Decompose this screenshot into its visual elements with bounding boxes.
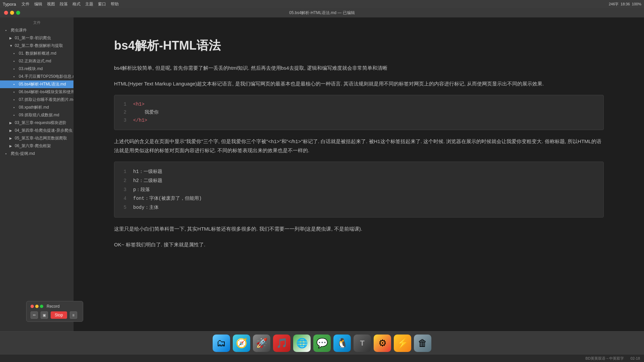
dock-trash[interactable]: 🗑 xyxy=(414,335,431,352)
sidebar-item-ch04[interactable]: ▶ 04_第四章-给爬虫提速-异步爬虫 xyxy=(0,127,73,134)
list-line-3: 3 p：段落 xyxy=(121,185,597,194)
wechat-icon: 💬 xyxy=(316,338,328,349)
editor-area[interactable]: bs4解析-HTML语法 bs4解析比较简单, 但是呢, 首先你需要了解一丢丢的… xyxy=(74,17,644,331)
sidebar-item-f05[interactable]: ▪ 05.bs4解析-HTML语法.md xyxy=(0,80,73,88)
square-button[interactable]: ▣ xyxy=(41,311,48,319)
doc-title: bs4解析-HTML语法 xyxy=(114,38,604,54)
sidebar-item-f07[interactable]: ▪ 07.抓取让你睡不着觉的图片.md xyxy=(0,96,73,104)
menu-theme[interactable]: 主题 xyxy=(85,1,93,7)
file-icon: ▪ xyxy=(13,67,17,71)
code-block-1: 1 <h1> 2 我爱你 3 </h1> xyxy=(114,95,604,130)
sidebar-label: 01_第一章-初识爬虫 xyxy=(15,35,51,41)
dock-safari[interactable]: 🧭 xyxy=(233,335,250,352)
sidebar-item-crawl-course[interactable]: ▪ 爬虫课件 xyxy=(0,26,73,34)
chevron-right-icon: ▶ xyxy=(9,36,13,40)
folder-icon: ▪ xyxy=(5,28,9,32)
paragraph-3: 上述代码的含义是在页面中显示"我爱你"三个字, 但是我爱你三个字被"<h1>"和… xyxy=(114,137,604,155)
sidebar-item-ch01[interactable]: ▶ 01_第一章-初识爬虫 xyxy=(0,34,73,42)
pycharm-icon: ⚙ xyxy=(378,338,387,349)
sidebar-item-f09[interactable]: ▪ 09.抓取猎八成数据.md xyxy=(0,111,73,119)
record-close-button[interactable] xyxy=(31,305,34,308)
sidebar-item-ch05[interactable]: ▶ 05_第五章-动态网页数据爬取 xyxy=(0,134,73,142)
record-max-button[interactable] xyxy=(40,305,43,308)
list-content: h2：二级标题 xyxy=(133,176,162,185)
list-num: 5 xyxy=(121,203,126,212)
file-icon: ▪ xyxy=(13,75,17,78)
sidebar-item-f04[interactable]: ▪ 04.手刃豆瓣TOP250电影信息.md xyxy=(0,73,73,80)
menu-paragraph[interactable]: 段落 xyxy=(60,1,68,7)
sidebar-label: 03.re模块.md xyxy=(19,66,43,72)
pencil-button[interactable]: ✏ xyxy=(31,311,38,319)
sidebar: 文件 ▪ 爬虫课件 ▶ 01_第一章-初识爬虫 ▼ 02_第二章-数据解析与提取… xyxy=(0,17,74,331)
sidebar-label: 04.手刃豆瓣TOP250电影信息.md xyxy=(19,74,73,79)
music-icon: 🎵 xyxy=(276,338,288,349)
chevron-down-icon: ▼ xyxy=(9,44,13,48)
chevron-right-icon: ▶ xyxy=(9,121,13,125)
code-line-3: 3 </h1> xyxy=(121,117,597,125)
list-line-4: 4 font：字体(被废弃了，但能用) xyxy=(121,194,597,203)
sidebar-item-ch02[interactable]: ▼ 02_第二章-数据解析与提取 xyxy=(0,42,73,50)
sidebar-label: 02.正则表达式.md xyxy=(19,58,51,64)
list-content: body：主体 xyxy=(133,203,159,212)
close-button[interactable] xyxy=(4,11,8,15)
dock-launchpad[interactable]: 🚀 xyxy=(253,335,270,352)
sidebar-label: 05.bs4解析-HTML语法.md xyxy=(19,81,66,87)
code-content: </h1> xyxy=(133,117,147,125)
sidebar-label: 09.抓取猎八成数据.md xyxy=(19,112,59,118)
menu-format[interactable]: 格式 xyxy=(72,1,80,7)
menubar: Typora 文件 编辑 视图 段落 格式 主题 窗口 帮助 246字 18:3… xyxy=(0,0,644,8)
pause-button[interactable]: ⏸ xyxy=(70,311,77,319)
dock-wechat[interactable]: 💬 xyxy=(313,335,331,352)
menu-edit[interactable]: 编辑 xyxy=(34,1,42,7)
code-content: <h1> xyxy=(133,101,145,109)
sidebar-item-f06[interactable]: ▪ 06.bs4解析-bs4模块安装和使用.md xyxy=(0,88,73,96)
menu-window[interactable]: 窗口 xyxy=(98,1,106,7)
dock-music[interactable]: 🎵 xyxy=(273,335,290,352)
paragraph-4: 这里只是给小白们简单科普一下, 其实HTML标签还有很多很多的. 我们不需要一一… xyxy=(114,224,604,233)
sidebar-label: 05_第五章-动态网页数据爬取 xyxy=(15,135,67,141)
menu-help[interactable]: 帮助 xyxy=(111,1,119,7)
record-min-button[interactable] xyxy=(35,305,39,308)
sidebar-item-ch06[interactable]: ▶ 06_第六章-爬虫框架 xyxy=(0,142,73,150)
word-count: 246字 xyxy=(609,2,619,7)
titlebar: 05.bs4解析-HTML语法.md — 已编辑 xyxy=(0,8,644,17)
menu-items: 文件 编辑 视图 段落 格式 主题 窗口 帮助 xyxy=(21,1,119,7)
minimize-button[interactable] xyxy=(10,11,14,15)
rocket-icon: 🚀 xyxy=(256,338,268,349)
sidebar-label: 爬虫课件 xyxy=(11,27,27,33)
menu-file[interactable]: 文件 xyxy=(21,1,30,7)
statusbar: BD英英双语→中英双字 02-18 xyxy=(0,355,644,362)
file-icon: ▪ xyxy=(13,98,17,102)
sidebar-item-f01[interactable]: ▪ 01. 数据解析概述.md xyxy=(0,50,73,57)
sidebar-label: 06_第六章-爬虫框架 xyxy=(15,143,51,149)
dock-electric[interactable]: ⚡ xyxy=(394,335,411,352)
paragraph-5: OK~ 标签我们明白了. 接下来就是属性了. xyxy=(114,240,604,249)
dock-qq[interactable]: 🐧 xyxy=(333,335,351,352)
list-content: p：段落 xyxy=(133,185,150,194)
menu-view[interactable]: 视图 xyxy=(47,1,55,7)
zoom-level: 100% xyxy=(632,2,641,6)
finder-icon: 🗂 xyxy=(217,338,226,349)
code-line-1: 1 <h1> xyxy=(121,101,597,109)
sidebar-item-ch03[interactable]: ▶ 03_第三章-requests模块进阶 xyxy=(0,119,73,127)
line-number: 1 xyxy=(121,101,126,109)
sidebar-item-f02[interactable]: ▪ 02.正则表达式.md xyxy=(0,57,73,65)
menubar-right: 246字 18:36 100% xyxy=(609,2,641,7)
main-layout: 文件 ▪ 爬虫课件 ▶ 01_第一章-初识爬虫 ▼ 02_第二章-数据解析与提取… xyxy=(0,17,644,331)
sidebar-label: 08.xpath解析.md xyxy=(19,105,49,110)
file-icon: ▪ xyxy=(13,52,17,55)
sidebar-item-f03[interactable]: ▪ 03.re模块.md xyxy=(0,65,73,73)
stop-button[interactable]: Stop xyxy=(51,311,67,319)
dock-typora[interactable]: T xyxy=(354,335,371,352)
maximize-button[interactable] xyxy=(16,11,20,15)
code-line-2: 2 我爱你 xyxy=(121,109,597,117)
list-line-1: 1 h1：一级标题 xyxy=(121,167,597,176)
dock-finder[interactable]: 🗂 xyxy=(213,335,230,352)
typora-icon: T xyxy=(360,339,364,348)
sidebar-item-f08[interactable]: ▪ 08.xpath解析.md xyxy=(0,104,73,111)
dock-pycharm[interactable]: ⚙ xyxy=(374,335,391,352)
dock-chrome[interactable]: 🌐 xyxy=(293,335,311,352)
record-controls: ✏ ▣ Stop ⏸ xyxy=(31,311,79,319)
sidebar-label: 07.抓取让你睡不着觉的图片.md xyxy=(19,97,73,103)
sidebar-item-main[interactable]: ▪ 爬虫-提纲.md xyxy=(0,150,73,158)
